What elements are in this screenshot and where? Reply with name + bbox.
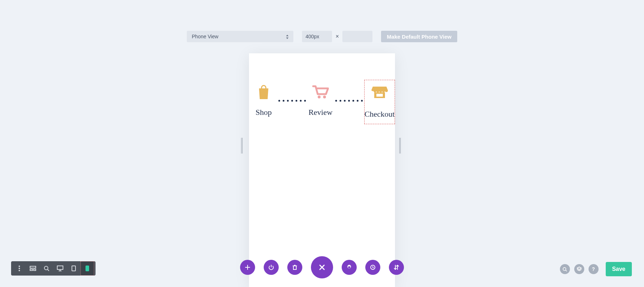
step-connector: [278, 100, 306, 102]
bag-icon: [258, 83, 270, 101]
svg-point-6: [19, 270, 20, 271]
power-button[interactable]: [264, 260, 279, 275]
step-label: Shop: [255, 108, 272, 117]
svg-point-1: [323, 96, 326, 98]
times-separator: ×: [336, 33, 339, 40]
more-menu-button[interactable]: [13, 261, 26, 276]
checkout-steps-row: Shop Review: [249, 80, 395, 124]
close-button[interactable]: [311, 256, 333, 278]
svg-line-11: [48, 269, 49, 271]
sort-button[interactable]: [389, 260, 404, 275]
step-connector: [335, 100, 363, 102]
responsive-toolbar: [11, 261, 96, 276]
make-default-button[interactable]: Make Default Phone View: [381, 31, 457, 42]
question-mark-icon: ?: [592, 266, 595, 272]
preview-canvas: Shop Review: [249, 53, 395, 287]
viewport-size-group: ×: [302, 31, 372, 42]
width-input[interactable]: [302, 31, 332, 42]
view-select[interactable]: Phone View: [187, 31, 293, 42]
layers-icon-button[interactable]: [574, 264, 584, 274]
cart-icon: [312, 83, 329, 101]
step-label: Review: [308, 108, 332, 117]
svg-rect-12: [57, 266, 63, 269]
svg-point-19: [563, 267, 566, 270]
svg-point-17: [348, 267, 350, 268]
resize-handle-right[interactable]: [399, 138, 403, 154]
top-controls: Phone View × Make Default Phone View: [0, 31, 644, 42]
step-checkout[interactable]: Checkout: [364, 80, 395, 124]
desktop-view-button[interactable]: [53, 261, 67, 276]
step-shop[interactable]: Shop: [249, 80, 278, 122]
svg-point-0: [318, 96, 321, 98]
wireframe-view-button[interactable]: [26, 261, 40, 276]
svg-rect-16: [86, 266, 89, 271]
height-input[interactable]: [342, 31, 372, 42]
zoom-button[interactable]: [40, 261, 53, 276]
svg-line-20: [566, 270, 567, 271]
svg-point-10: [44, 266, 48, 270]
history-button[interactable]: [365, 260, 380, 275]
builder-actions-toolbar: [240, 256, 404, 278]
zoom-icon-button[interactable]: [560, 264, 570, 274]
svg-rect-8: [30, 269, 33, 271]
step-label: Checkout: [365, 110, 395, 119]
add-button[interactable]: [240, 260, 255, 275]
resize-handle-left[interactable]: [241, 138, 245, 154]
svg-point-4: [19, 266, 20, 267]
help-icon-button[interactable]: ?: [589, 264, 599, 274]
trash-button[interactable]: [287, 260, 302, 275]
store-icon: [371, 84, 388, 101]
phone-view-button[interactable]: [80, 261, 94, 276]
svg-rect-7: [30, 266, 36, 268]
select-sort-icon: [286, 34, 289, 39]
save-button[interactable]: Save: [606, 262, 632, 276]
svg-point-5: [19, 268, 20, 269]
right-actions-toolbar: ? Save: [560, 262, 632, 276]
step-review[interactable]: Review: [306, 80, 335, 122]
settings-button[interactable]: [342, 260, 357, 275]
tablet-view-button[interactable]: [67, 261, 80, 276]
svg-rect-9: [34, 269, 36, 271]
view-select-label: Phone View: [192, 34, 218, 39]
svg-rect-15: [72, 266, 75, 271]
svg-rect-3: [376, 94, 383, 97]
